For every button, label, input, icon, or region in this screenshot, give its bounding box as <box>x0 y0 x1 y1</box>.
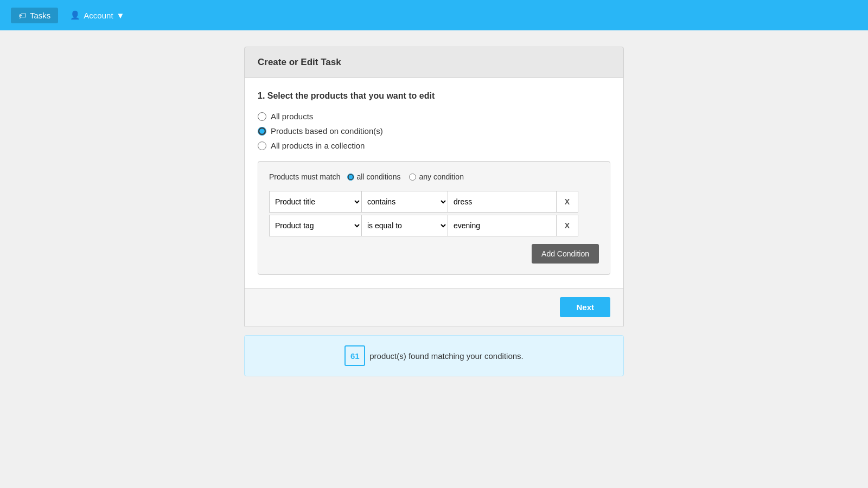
condition-1-field-select[interactable]: Product title Product tag Product type P… <box>269 191 361 213</box>
card-header-title: Create or Edit Task <box>258 57 341 67</box>
card-header: Create or Edit Task <box>244 47 624 78</box>
condition-2-field-select[interactable]: Product title Product tag Product type P… <box>269 215 361 236</box>
condition-2-value-input[interactable] <box>448 215 557 236</box>
main-content: Create or Edit Task 1. Select the produc… <box>0 30 868 393</box>
match-label: Products must match <box>269 172 341 181</box>
condition-1-operator-select[interactable]: contains does not contain is equal to is… <box>361 191 448 213</box>
radio-products-based-label: Products based on condition(s) <box>271 126 383 136</box>
conditions-box: Products must match all conditions any c… <box>258 161 610 275</box>
match-options: all conditions any condition <box>347 172 464 181</box>
tasks-icon: 🏷 <box>18 11 27 20</box>
radio-products-based-input[interactable] <box>258 127 266 136</box>
match-any-radio[interactable] <box>409 174 416 181</box>
products-found-message: product(s) found matching your condition… <box>369 351 523 361</box>
products-count-badge: 61 <box>344 345 365 366</box>
match-all-label[interactable]: all conditions <box>347 172 401 181</box>
account-icon: 👤 <box>70 10 80 20</box>
condition-row-2: Product title Product tag Product type P… <box>269 215 599 236</box>
chevron-down-icon: ▼ <box>117 11 125 20</box>
step-card: 1. Select the products that you want to … <box>244 78 624 288</box>
condition-2-operator-select[interactable]: contains does not contain is equal to is… <box>361 215 448 236</box>
radio-all-collection-input[interactable] <box>258 142 266 150</box>
radio-all-products-input[interactable] <box>258 112 266 121</box>
any-condition-label: any condition <box>419 172 464 181</box>
match-row: Products must match all conditions any c… <box>269 172 599 181</box>
condition-row-1: Product title Product tag Product type P… <box>269 191 599 213</box>
match-all-radio[interactable] <box>347 174 354 181</box>
footer-card: Next <box>244 288 624 326</box>
tasks-label: Tasks <box>30 11 50 20</box>
products-found-banner: 61 product(s) found matching your condit… <box>244 335 624 376</box>
match-any-label[interactable]: any condition <box>409 172 464 181</box>
condition-1-remove-button[interactable]: X <box>557 191 578 213</box>
nav-account-button[interactable]: 👤 Account ▼ <box>62 7 132 23</box>
condition-rows: Product title Product tag Product type P… <box>269 191 599 236</box>
radio-all-collection-label: All products in a collection <box>271 141 365 150</box>
radio-all-collection[interactable]: All products in a collection <box>258 141 610 150</box>
add-condition-button[interactable]: Add Condition <box>532 244 599 264</box>
condition-2-remove-button[interactable]: X <box>557 215 578 236</box>
add-condition-row: Add Condition <box>269 244 599 264</box>
account-label: Account <box>84 11 113 20</box>
navbar: 🏷 Tasks 👤 Account ▼ <box>0 0 868 30</box>
next-button[interactable]: Next <box>560 297 610 317</box>
nav-tasks-button[interactable]: 🏷 Tasks <box>11 8 58 23</box>
condition-1-value-input[interactable] <box>448 191 557 213</box>
all-conditions-label: all conditions <box>357 172 401 181</box>
radio-products-based[interactable]: Products based on condition(s) <box>258 126 610 136</box>
page-container: Create or Edit Task 1. Select the produc… <box>244 47 624 376</box>
radio-all-products-label: All products <box>271 112 313 121</box>
step-title: 1. Select the products that you want to … <box>258 91 610 101</box>
product-selection-group: All products Products based on condition… <box>258 112 610 150</box>
radio-all-products[interactable]: All products <box>258 112 610 121</box>
